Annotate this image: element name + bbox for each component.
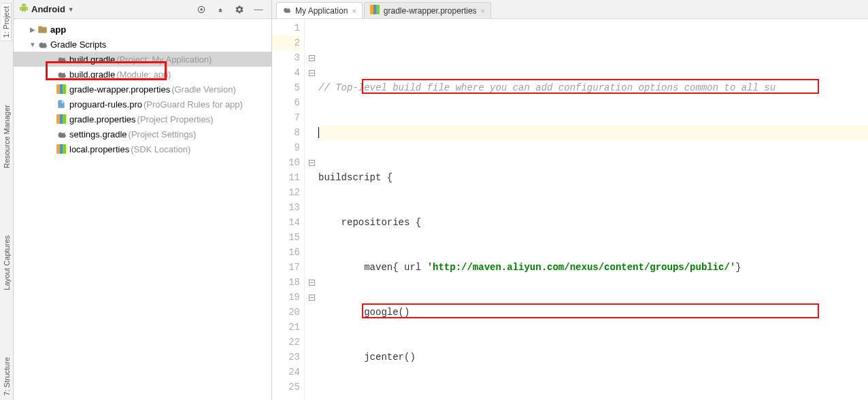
- editor-tab[interactable]: gradle-wrapper.properties×: [364, 2, 491, 18]
- close-icon[interactable]: ×: [352, 7, 356, 15]
- sidebar-tab-layout-captures[interactable]: Layout Captures: [2, 233, 12, 293]
- tree-file-item[interactable]: build.gradle (Project: My Application): [14, 52, 271, 67]
- project-tree: ▶ app ▼ Gradle Scripts build.gradle (Pro…: [14, 19, 271, 159]
- tree-node-app[interactable]: ▶ app: [14, 22, 271, 37]
- file-hint: (Project Properties): [137, 114, 214, 124]
- tree-file-item[interactable]: gradle.properties (Project Properties): [14, 112, 271, 127]
- locate-icon[interactable]: [194, 2, 209, 17]
- file-hint: (Module: app): [116, 69, 171, 80]
- code-editor[interactable]: 1234567891011121314151617181920212223242…: [272, 19, 868, 400]
- file-hint: (Project Settings): [129, 129, 197, 139]
- file-hint: (SDK Location): [131, 144, 190, 154]
- file-name: build.gradle: [69, 69, 115, 80]
- tool-window-bar: 1: Project Resource Manager Layout Captu…: [0, 0, 14, 400]
- tree-file-item[interactable]: build.gradle (Module: app): [14, 67, 271, 82]
- code-content[interactable]: // Top-level build file where you can ad…: [318, 19, 868, 400]
- fold-toggle-icon[interactable]: [309, 55, 315, 61]
- sidebar-tab-project[interactable]: 1: Project: [1, 3, 12, 41]
- tree-node-gradle-scripts[interactable]: ▼ Gradle Scripts: [14, 37, 271, 52]
- fold-toggle-icon[interactable]: [309, 160, 315, 166]
- tree-file-item[interactable]: proguard-rules.pro (ProGuard Rules for a…: [14, 97, 271, 112]
- hide-icon[interactable]: —: [251, 2, 266, 17]
- tree-file-item[interactable]: gradle-wrapper.properties (Gradle Versio…: [14, 82, 271, 97]
- svg-point-1: [201, 8, 202, 10]
- file-name: settings.gradle: [69, 129, 127, 139]
- file-icon: [56, 99, 67, 110]
- properties-icon: [370, 5, 380, 16]
- gradle-icon: [282, 5, 291, 16]
- file-name: build.gradle: [69, 54, 115, 65]
- tree-file-item[interactable]: local.properties (SDK Location): [14, 141, 271, 156]
- project-panel: Android ▼ — ▶ app ▼ Gradle Scripts build…: [14, 0, 272, 400]
- gradle-icon: [56, 129, 67, 139]
- file-hint: (Project: My Application): [116, 54, 212, 65]
- android-icon: [19, 3, 29, 15]
- gradle-icon: [56, 54, 67, 65]
- file-hint: (Gradle Version): [171, 84, 236, 95]
- close-icon[interactable]: ×: [481, 7, 485, 15]
- tab-label: My Application: [295, 6, 348, 16]
- gradle-icon: [56, 69, 67, 80]
- editor-tabs: My Application×gradle-wrapper.properties…: [272, 0, 868, 19]
- sidebar-tab-resource-manager[interactable]: Resource Manager: [2, 102, 12, 171]
- fold-toggle-icon[interactable]: [309, 70, 315, 76]
- folder-icon: [37, 24, 48, 35]
- fold-toggle-icon[interactable]: [309, 295, 315, 301]
- editor-tab[interactable]: My Application×: [276, 2, 363, 18]
- collapse-icon[interactable]: [213, 2, 228, 17]
- project-toolbar: Android ▼ —: [14, 0, 271, 19]
- tab-label: gradle-wrapper.properties: [384, 6, 477, 16]
- properties-icon: [56, 144, 67, 154]
- file-name: gradle-wrapper.properties: [69, 84, 170, 95]
- properties-icon: [56, 114, 67, 124]
- file-name: proguard-rules.pro: [69, 99, 142, 110]
- editor-area: My Application×gradle-wrapper.properties…: [272, 0, 868, 400]
- project-mode-selector[interactable]: Android ▼: [19, 3, 74, 15]
- fold-toggle-icon[interactable]: [309, 280, 315, 286]
- properties-icon: [56, 84, 67, 95]
- fold-column: [305, 19, 318, 400]
- file-name: local.properties: [69, 144, 129, 154]
- tree-file-item[interactable]: settings.gradle (Project Settings): [14, 127, 271, 141]
- file-hint: (ProGuard Rules for app): [144, 99, 243, 110]
- gear-icon[interactable]: [232, 2, 247, 17]
- file-name: gradle.properties: [69, 114, 136, 124]
- sidebar-tab-structure[interactable]: 7: Structure: [2, 354, 12, 399]
- line-gutter: 1234567891011121314151617181920212223242…: [272, 19, 305, 400]
- gradle-icon: [37, 39, 48, 50]
